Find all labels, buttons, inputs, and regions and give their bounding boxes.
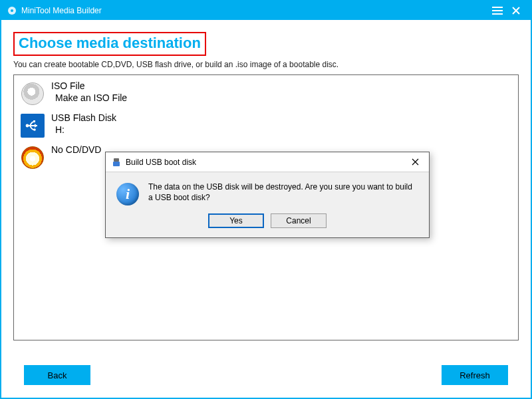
dialog-app-icon <box>111 157 122 168</box>
svg-rect-5 <box>114 158 119 162</box>
destination-sub: Make an ISO File <box>51 92 127 104</box>
burn-disc-icon <box>19 144 46 171</box>
dialog-titlebar: Build USB boot disk <box>106 152 429 172</box>
app-icon <box>7 5 17 16</box>
info-icon: i <box>116 183 139 205</box>
svg-point-1 <box>11 9 13 12</box>
yes-button[interactable]: Yes <box>208 213 264 228</box>
close-icon[interactable] <box>507 1 525 20</box>
app-title: MiniTool Media Builder <box>21 6 102 15</box>
dialog-close-icon[interactable] <box>406 154 424 171</box>
destination-title: ISO File <box>51 80 127 92</box>
destination-title: USB Flash Disk <box>51 112 116 124</box>
dialog-title: Build USB boot disk <box>126 158 196 167</box>
destination-title: No CD/DVD <box>51 144 101 156</box>
iso-disc-icon <box>19 80 46 107</box>
dialog-message: The data on the USB disk will be destroy… <box>148 182 418 205</box>
svg-rect-3 <box>33 120 35 122</box>
dialog-body: i The data on the USB disk will be destr… <box>106 172 429 213</box>
destination-usb[interactable]: USB Flash Disk H: <box>18 111 514 143</box>
confirm-dialog: Build USB boot disk i The data on the US… <box>105 152 430 238</box>
menu-icon[interactable] <box>488 1 507 20</box>
dialog-buttons: Yes Cancel <box>106 213 429 237</box>
refresh-button[interactable]: Refresh <box>442 365 508 385</box>
app-titlebar: MiniTool Media Builder <box>1 1 531 20</box>
back-button[interactable]: Back <box>24 365 90 385</box>
page-heading: Choose media destination <box>19 35 201 52</box>
destination-iso[interactable]: ISO File Make an ISO File <box>18 79 514 111</box>
svg-point-4 <box>33 128 36 131</box>
heading-highlight: Choose media destination <box>13 32 206 56</box>
cancel-button[interactable]: Cancel <box>271 213 327 228</box>
destination-sub: H: <box>51 124 116 136</box>
svg-rect-6 <box>113 162 120 166</box>
usb-icon <box>19 112 46 139</box>
bottom-bar: Back Refresh <box>1 352 531 398</box>
page-subtext: You can create bootable CD,DVD, USB flas… <box>13 60 519 69</box>
